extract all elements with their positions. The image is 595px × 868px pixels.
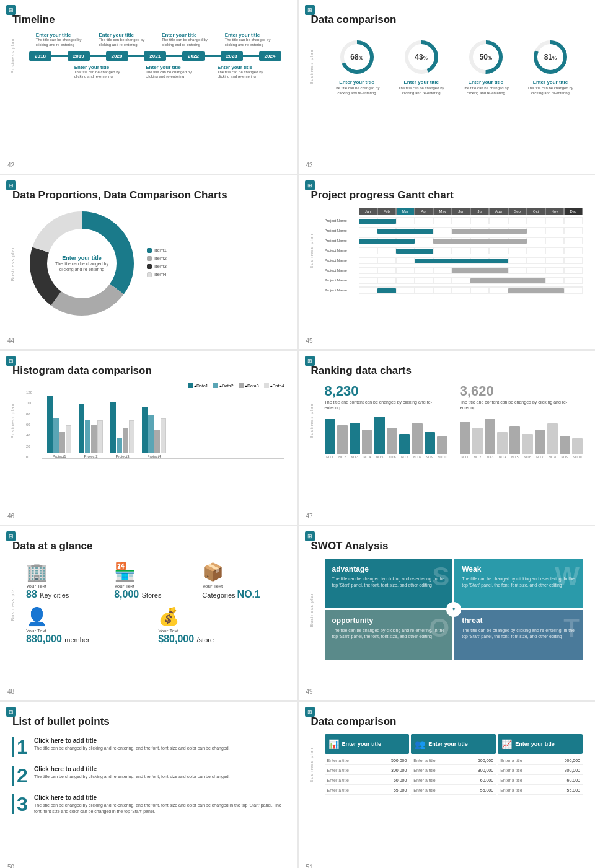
ranking-right: 3,620 The title and content can be chang… bbox=[460, 383, 583, 459]
gantt-row: Project Name bbox=[325, 216, 583, 225]
slide-47-title: Ranking data charts bbox=[311, 365, 583, 377]
gantt-row: Project Name bbox=[325, 276, 583, 285]
ranking-container: 8,230 The title and content can be chang… bbox=[325, 383, 583, 459]
business-plan-label-44: Business plan bbox=[11, 246, 15, 281]
slide-icon-48 bbox=[6, 531, 16, 541]
gantt-rows: Project NameProject NameProject NameProj… bbox=[325, 216, 583, 294]
comp-header-3: 📈 Enter your title bbox=[498, 734, 583, 754]
slide-43: Data comparison Business plan 68% Enter … bbox=[299, 0, 596, 174]
glance-item-cities: 🏢 Your Text 88 Key cities bbox=[26, 562, 108, 600]
glance-item-store-value: 💰 Your Text $80,000 /store bbox=[158, 606, 284, 645]
circle-item-2: 43% Enter your title The title can be ch… bbox=[397, 38, 446, 96]
slide-48-title: Data at a glance bbox=[12, 540, 284, 552]
histogram-legend: ●Data1 ●Data2 ●Data3 ●Data4 bbox=[26, 383, 284, 388]
slide-42: Timeline Business plan Enter your title … bbox=[0, 0, 297, 174]
business-plan-label-45: Business plan bbox=[309, 234, 313, 269]
slide-51-title: Data comparison bbox=[311, 715, 583, 728]
timeline-top-item-1: Enter your title The title can be change… bbox=[36, 32, 86, 48]
circle-item-3: 50% Enter your title The title can be ch… bbox=[461, 38, 511, 96]
slide-51: Data comparison Business plan 📊 Enter yo… bbox=[299, 702, 596, 868]
slide-icon-50 bbox=[6, 707, 16, 717]
slide-44: Data Proportions, Data Comparison Charts… bbox=[0, 175, 297, 349]
gantt-row: Project Name bbox=[325, 236, 583, 245]
slide-icon-42 bbox=[6, 5, 16, 15]
gantt-row: Project Name bbox=[325, 226, 583, 235]
gantt-chart: Jan Feb Mar Apr May Jun Jul Aug Sep Oct … bbox=[325, 208, 583, 294]
circle-item-1: 68% Enter your title The title can be ch… bbox=[332, 38, 382, 96]
timeline-bottom-item-3: Enter your title The title can be change… bbox=[218, 64, 273, 80]
donut-legend: Item1 Item2 Item3 Item4 bbox=[147, 247, 167, 280]
business-plan-label-42: Business plan bbox=[11, 38, 15, 74]
swot-grid: S advantage The title can be changed by … bbox=[325, 559, 583, 660]
timeline-top-item-4: Enter your title The title can be change… bbox=[225, 32, 275, 48]
bullet-item-2: 2 Click here to add title The title can … bbox=[12, 766, 284, 786]
slide-number-47: 47 bbox=[306, 513, 313, 520]
slide-43-title: Data comparison bbox=[311, 14, 583, 26]
slide-50: List of bullet points 1 Click here to ad… bbox=[0, 702, 297, 868]
business-plan-label-48: Business plan bbox=[11, 586, 15, 621]
donut-container: Enter your title The title can be change… bbox=[26, 208, 284, 319]
ranking-left-desc: The title and content can be changed by … bbox=[325, 399, 447, 410]
bullet-item-1: 1 Click here to add title The title can … bbox=[12, 737, 284, 757]
slide-number-42: 42 bbox=[7, 162, 14, 169]
slide-icon-49 bbox=[305, 531, 315, 541]
swot-cell-t: T threat The title can be changed by cli… bbox=[454, 610, 583, 660]
timeline-bottom-items: Enter your title The title can be change… bbox=[29, 64, 281, 80]
ranking-right-bars: NO.1 NO.2 NO.3 NO.4 bbox=[460, 415, 583, 459]
donut-center-title: Enter your title bbox=[51, 255, 113, 261]
comp-headers: 📊 Enter your title 👥 Enter your title 📈 … bbox=[325, 734, 583, 754]
comparison-table: 📊 Enter your title 👥 Enter your title 📈 … bbox=[325, 734, 583, 796]
slide-47: Ranking data charts Business plan 8,230 … bbox=[299, 351, 596, 525]
slide-number-43: 43 bbox=[306, 162, 313, 169]
glance-item-member: 👤 Your Text 880,000 member bbox=[26, 606, 152, 645]
histogram-bars: Project1 Project2 bbox=[42, 391, 284, 459]
slide-42-title: Timeline bbox=[12, 14, 284, 26]
glance-grid-row1: 🏢 Your Text 88 Key cities 🏪 Your Text 8,… bbox=[26, 559, 284, 603]
comp-data-row-1: Enter a title500,000 Enter a title500,00… bbox=[325, 756, 583, 765]
comp-data-row-2: Enter a title300,000 Enter a title300,00… bbox=[325, 766, 583, 775]
ranking-right-num: 3,620 bbox=[460, 383, 583, 399]
slide-45: Project progress Gantt chart Business pl… bbox=[299, 175, 596, 349]
slide-44-title: Data Proportions, Data Comparison Charts bbox=[12, 189, 284, 202]
business-plan-label-47: Business plan bbox=[309, 404, 313, 439]
slide-icon-44 bbox=[6, 180, 16, 190]
ranking-left-num: 8,230 bbox=[325, 383, 447, 399]
slide-number-45: 45 bbox=[306, 337, 313, 344]
slide-icon-51 bbox=[305, 707, 315, 717]
slide-number-44: 44 bbox=[7, 337, 14, 344]
donut-chart: Enter your title The title can be change… bbox=[26, 208, 138, 319]
slide-number-49: 49 bbox=[306, 688, 313, 695]
bullet-list: 1 Click here to add title The title can … bbox=[12, 734, 284, 826]
timeline-bottom-item-1: Enter your title The title can be change… bbox=[74, 64, 130, 80]
slide-icon-43 bbox=[305, 5, 315, 15]
timeline-top-item-2: Enter your title The title can be change… bbox=[99, 32, 148, 48]
slide-icon-45 bbox=[305, 180, 315, 190]
slide-46: Histogram data comparison Business plan … bbox=[0, 351, 297, 525]
slide-number-48: 48 bbox=[7, 688, 14, 695]
slide-icon-47 bbox=[305, 356, 315, 366]
glance-item-stores: 🏪 Your Text 8,000 Stores bbox=[114, 562, 196, 600]
histogram-area: 0 20 40 60 80 100 120 bbox=[26, 391, 284, 459]
gantt-row: Project Name bbox=[325, 286, 583, 294]
ranking-left-bars: NO.1 NO.2 NO.3 NO.4 bbox=[325, 415, 447, 459]
slide-number-46: 46 bbox=[7, 513, 14, 520]
glance-item-categories: 📦 Your Text Categories NO.1 bbox=[202, 562, 284, 600]
business-plan-label-51: Business plan bbox=[309, 748, 313, 783]
slide-icon-46 bbox=[6, 356, 16, 366]
swot-cell-o: O opportunity The title can be changed b… bbox=[325, 610, 453, 660]
slide-49: SWOT Analysis Business plan S advantage … bbox=[299, 526, 596, 700]
ranking-right-desc: The title and content can be changed by … bbox=[460, 399, 583, 410]
slide-number-51: 51 bbox=[306, 864, 313, 868]
circles-container: 68% Enter your title The title can be ch… bbox=[325, 32, 583, 102]
timeline-top-item-3: Enter your title The title can be change… bbox=[162, 32, 211, 48]
glance-grid-row2: 👤 Your Text 880,000 member 💰 Your Text $… bbox=[26, 603, 284, 648]
slide-50-title: List of bullet points bbox=[12, 715, 284, 728]
slide-number-50: 50 bbox=[7, 864, 14, 868]
circle-item-4: 81% Enter your title The title can be ch… bbox=[526, 38, 575, 96]
timeline-container: Enter your title The title can be change… bbox=[26, 32, 284, 79]
business-plan-label-43: Business plan bbox=[309, 50, 313, 85]
comp-header-2: 👥 Enter your title bbox=[411, 734, 496, 754]
timeline-top-items: Enter your title The title can be change… bbox=[29, 32, 281, 48]
gantt-row: Project Name bbox=[325, 246, 583, 255]
gantt-row: Project Name bbox=[325, 256, 583, 265]
